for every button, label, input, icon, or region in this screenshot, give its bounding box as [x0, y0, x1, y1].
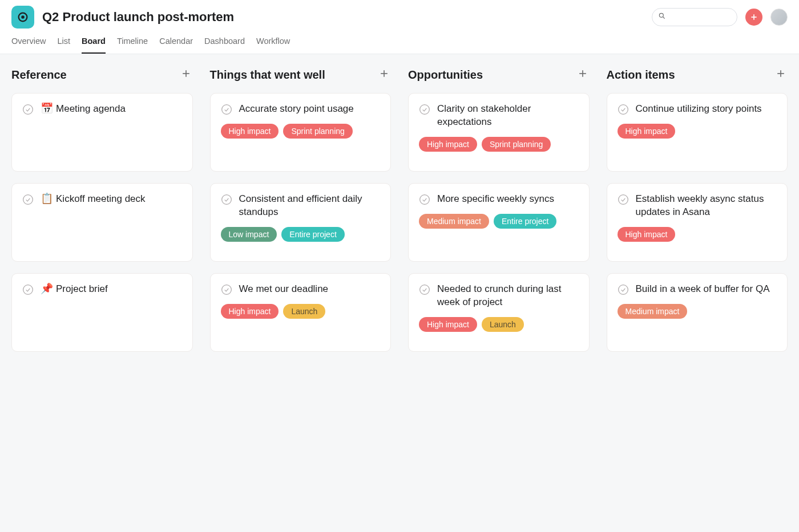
card-header-row: 📌 Project brief	[22, 283, 182, 296]
check-circle-icon[interactable]	[221, 194, 232, 205]
card-tag[interactable]: High impact	[221, 124, 279, 139]
card-title: Project brief	[56, 283, 108, 294]
check-circle-icon[interactable]	[419, 194, 430, 205]
svg-point-10	[23, 285, 33, 295]
card-tag[interactable]: Medium impact	[618, 304, 688, 319]
board-card[interactable]: Accurate story point usageHigh impactSpr…	[210, 93, 392, 172]
check-circle-icon[interactable]	[419, 284, 430, 295]
add-button[interactable]	[745, 9, 762, 26]
card-tag[interactable]: Sprint planning	[482, 137, 551, 152]
card-tags: High impact	[618, 124, 777, 139]
board-card[interactable]: Needed to crunch during last week of pro…	[408, 273, 590, 352]
board-column: Reference📅 Meeting agenda📋 Kickoff meeti…	[11, 68, 193, 352]
column-header: Reference	[11, 68, 193, 82]
column-title[interactable]: Action items	[607, 68, 675, 82]
svg-point-23	[618, 105, 628, 115]
card-tag[interactable]: High impact	[419, 137, 477, 152]
project-title[interactable]: Q2 Product launch post-mortem	[42, 10, 234, 25]
card-tag[interactable]: High impact	[618, 124, 676, 139]
tab-workflow[interactable]: Workflow	[256, 32, 290, 54]
column-title[interactable]: Things that went well	[210, 68, 325, 82]
avatar[interactable]	[770, 9, 788, 26]
card-tag[interactable]: Launch	[283, 304, 325, 319]
check-circle-icon[interactable]	[419, 104, 430, 115]
card-tags: High impactLaunch	[221, 304, 381, 319]
column-header: Things that went well	[210, 68, 392, 82]
board-card[interactable]: We met our deadlineHigh impactLaunch	[210, 273, 392, 352]
header: Q2 Product launch post-mortem OverviewLi…	[0, 0, 799, 54]
card-tag[interactable]: High impact	[419, 317, 477, 332]
tab-timeline[interactable]: Timeline	[117, 32, 148, 54]
svg-line-3	[663, 17, 665, 19]
card-tags: High impactLaunch	[419, 317, 579, 332]
card-tag[interactable]: Low impact	[221, 227, 277, 242]
svg-point-25	[618, 285, 628, 295]
check-circle-icon[interactable]	[221, 284, 232, 295]
card-header-row: More specific weekly syncs	[419, 193, 579, 206]
card-header-row: Build in a week of buffer for QA	[618, 283, 777, 296]
card-title: We met our deadline	[239, 283, 329, 294]
check-circle-icon[interactable]	[618, 104, 629, 115]
board-column: OpportunitiesClarity on stakeholder expe…	[408, 68, 590, 352]
card-emoji: 📅	[41, 103, 56, 114]
board-card[interactable]: More specific weekly syncsMedium impactE…	[408, 183, 590, 262]
project-icon[interactable]	[11, 6, 34, 29]
card-tag[interactable]: Launch	[482, 317, 524, 332]
check-circle-icon[interactable]	[618, 284, 629, 295]
search-input[interactable]	[669, 13, 731, 22]
header-right	[652, 8, 788, 26]
svg-point-2	[659, 13, 663, 17]
header-left: Q2 Product launch post-mortem	[11, 6, 234, 29]
tab-list[interactable]: List	[57, 32, 70, 54]
board-card[interactable]: Clarity on stakeholder expectationsHigh …	[408, 93, 590, 172]
tabs: OverviewListBoardTimelineCalendarDashboa…	[11, 32, 788, 54]
board-card[interactable]: 📌 Project brief	[11, 273, 193, 352]
board-card[interactable]: Build in a week of buffer for QAMedium i…	[607, 273, 788, 352]
tab-board[interactable]: Board	[82, 32, 106, 54]
svg-point-24	[618, 195, 628, 205]
column-header: Opportunities	[408, 68, 590, 82]
column-add-button[interactable]	[774, 68, 788, 82]
svg-point-8	[23, 105, 33, 115]
board-card[interactable]: Continue utilizing story pointsHigh impa…	[607, 93, 788, 172]
search-icon	[658, 12, 666, 22]
column-title[interactable]: Opportunities	[408, 68, 483, 82]
check-circle-icon[interactable]	[221, 104, 232, 115]
card-tag[interactable]: High impact	[221, 304, 279, 319]
card-tags: High impactSprint planning	[221, 124, 381, 139]
board-card[interactable]: Consistent and efficient daily standupsL…	[210, 183, 392, 262]
board-card[interactable]: 📅 Meeting agenda	[11, 93, 193, 172]
tab-overview[interactable]: Overview	[11, 32, 46, 54]
column-add-button[interactable]	[377, 68, 391, 82]
header-top: Q2 Product launch post-mortem	[11, 6, 788, 32]
tab-calendar[interactable]: Calendar	[159, 32, 193, 54]
check-circle-icon[interactable]	[22, 104, 34, 115]
card-tags: Low impactEntire project	[221, 227, 381, 242]
svg-point-13	[221, 105, 231, 115]
card-tag[interactable]: High impact	[618, 227, 676, 242]
card-title: Continue utilizing story points	[636, 103, 762, 114]
column-title[interactable]: Reference	[11, 68, 67, 82]
card-tag[interactable]: Medium impact	[419, 214, 489, 229]
card-header-row: Continue utilizing story points	[618, 103, 777, 116]
card-header-row: Accurate story point usage	[221, 103, 381, 116]
plus-icon	[180, 68, 192, 82]
card-title: Kickoff meeting deck	[56, 193, 146, 204]
check-circle-icon[interactable]	[22, 194, 34, 205]
check-circle-icon[interactable]	[22, 284, 34, 295]
board-card[interactable]: Establish weekly async status updates in…	[607, 183, 788, 262]
card-tag[interactable]: Entire project	[494, 214, 556, 229]
board-card[interactable]: 📋 Kickoff meeting deck	[11, 183, 193, 262]
search-box[interactable]	[652, 8, 737, 26]
check-circle-icon[interactable]	[618, 194, 629, 205]
card-header-row: We met our deadline	[221, 283, 381, 296]
card-tag[interactable]: Sprint planning	[283, 124, 352, 139]
tab-dashboard[interactable]: Dashboard	[204, 32, 245, 54]
svg-point-15	[221, 285, 231, 295]
card-header-row: Consistent and efficient daily standups	[221, 193, 381, 219]
column-add-button[interactable]	[576, 68, 590, 82]
card-header-row: 📅 Meeting agenda	[22, 103, 182, 116]
card-tag[interactable]: Entire project	[281, 227, 344, 242]
card-title: Meeting agenda	[56, 103, 126, 114]
column-add-button[interactable]	[179, 68, 193, 82]
